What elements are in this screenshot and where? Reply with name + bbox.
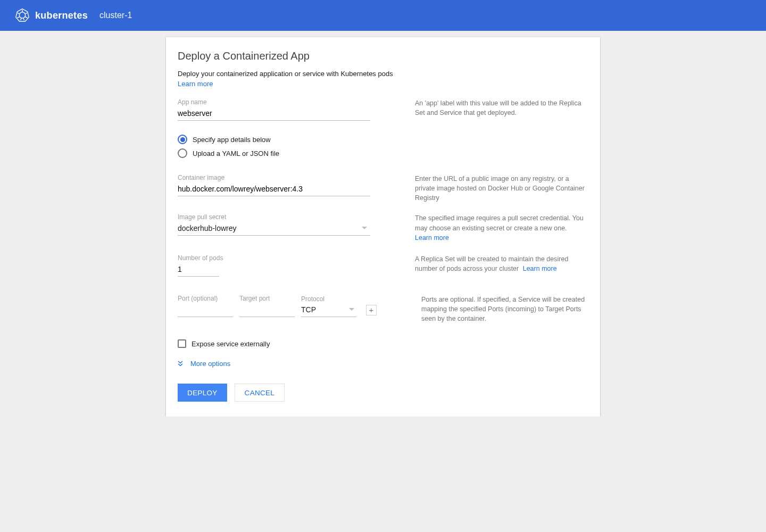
svg-line-3 bbox=[25, 13, 27, 14]
svg-line-8 bbox=[18, 13, 20, 14]
container-image-input[interactable] bbox=[178, 182, 370, 196]
plus-icon: + bbox=[369, 305, 374, 314]
svg-line-7 bbox=[17, 16, 19, 18]
protocol-label: Protocol bbox=[301, 295, 356, 303]
protocol-select[interactable]: TCP bbox=[301, 304, 356, 317]
more-options-label: More options bbox=[190, 360, 230, 368]
radio-upload-file[interactable]: Upload a YAML or JSON file bbox=[178, 148, 370, 158]
protocol-value: TCP bbox=[301, 305, 316, 314]
learn-more-link[interactable]: Learn more bbox=[178, 80, 213, 88]
page-title: Deploy a Containerized App bbox=[178, 50, 588, 62]
brand-name: kubernetes bbox=[35, 10, 88, 21]
chevron-down-icon bbox=[362, 227, 367, 229]
port-label: Port (optional) bbox=[178, 295, 233, 302]
more-options-toggle[interactable]: More options bbox=[178, 360, 588, 368]
target-port-label: Target port bbox=[239, 295, 295, 302]
pods-input[interactable] bbox=[178, 263, 219, 277]
container-image-help: Enter the URL of a public image on any r… bbox=[415, 174, 588, 203]
pods-label: Number of pods bbox=[178, 254, 370, 262]
app-name-input[interactable] bbox=[178, 107, 370, 121]
radio-specify-details[interactable]: Specify app details below bbox=[178, 135, 370, 144]
pull-secret-label: Image pull secret bbox=[178, 213, 370, 221]
radio-specify-details-label: Specify app details below bbox=[193, 136, 271, 144]
target-port-input[interactable] bbox=[239, 303, 295, 317]
port-input[interactable] bbox=[178, 303, 233, 317]
app-name-help: An 'app' label with this value will be a… bbox=[415, 98, 588, 118]
checkbox-icon bbox=[178, 339, 186, 348]
cluster-name[interactable]: cluster-1 bbox=[99, 11, 132, 20]
double-chevron-down-icon bbox=[178, 361, 183, 367]
app-name-label: App name bbox=[178, 98, 370, 106]
pods-learn-more[interactable]: Learn more bbox=[523, 265, 557, 272]
svg-line-4 bbox=[25, 16, 27, 18]
add-port-button[interactable]: + bbox=[366, 305, 377, 315]
deploy-card: Deploy a Containerized App Deploy your c… bbox=[166, 37, 600, 417]
cancel-button[interactable]: CANCEL bbox=[235, 384, 285, 402]
radio-upload-file-label: Upload a YAML or JSON file bbox=[193, 149, 279, 157]
action-row: DEPLOY CANCEL bbox=[178, 384, 588, 402]
svg-point-1 bbox=[19, 12, 25, 18]
logo-block: kubernetes bbox=[15, 7, 88, 24]
svg-line-5 bbox=[23, 18, 24, 20]
pull-secret-value: dockerhub-lowrey bbox=[178, 224, 237, 232]
kubernetes-logo-icon bbox=[15, 7, 30, 24]
container-image-label: Container image bbox=[178, 174, 370, 181]
ports-help: Ports are optional. If specified, a Serv… bbox=[421, 295, 588, 323]
svg-line-6 bbox=[21, 18, 22, 20]
chevron-down-icon bbox=[349, 308, 354, 311]
app-header: kubernetes cluster-1 bbox=[0, 0, 766, 31]
radio-icon bbox=[178, 135, 187, 144]
pull-secret-select[interactable]: dockerhub-lowrey bbox=[178, 222, 370, 236]
page-description: Deploy your containerized application or… bbox=[178, 70, 588, 78]
pull-secret-learn-more[interactable]: Learn more bbox=[415, 234, 449, 242]
expose-checkbox-row[interactable]: Expose service externally bbox=[178, 339, 588, 348]
pull-secret-help: The specified image requires a pull secr… bbox=[415, 214, 584, 231]
radio-icon bbox=[178, 148, 187, 158]
expose-label: Expose service externally bbox=[192, 340, 270, 348]
deploy-button[interactable]: DEPLOY bbox=[178, 384, 227, 402]
